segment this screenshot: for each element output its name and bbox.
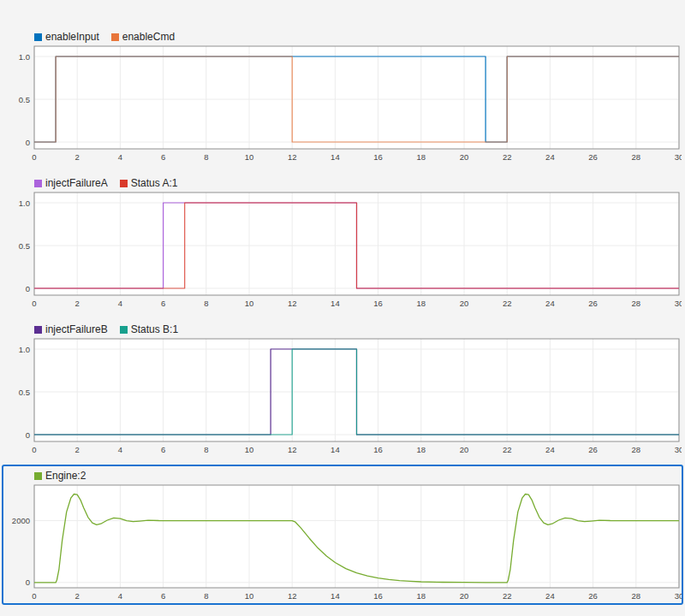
scope-panel-failure-a[interactable]: injectFailureAStatus A:1 024681012141618… [2,172,683,312]
x-tick-label: 10 [245,445,254,454]
x-tick-label: 6 [161,299,165,308]
x-tick-label: 30 [675,445,682,454]
x-tick-label: 0 [32,591,36,601]
x-tick-label: 28 [632,152,641,162]
x-tick-label: 26 [588,152,598,162]
x-tick-label: 24 [545,299,555,308]
x-tick-label: 14 [331,445,340,454]
x-tick-label: 30 [675,591,682,601]
x-tick-label: 12 [288,445,297,454]
x-tick-label: 24 [545,445,555,454]
x-tick-label: 12 [288,152,297,162]
x-tick-label: 12 [288,591,297,601]
x-tick-label: 2 [75,299,80,308]
y-tick-label: 0 [26,284,30,293]
legend-label: Status B:1 [131,323,178,335]
x-tick-label: 14 [331,152,340,162]
legend-swatch-icon [34,326,42,334]
legend-swatch-icon [120,180,128,187]
x-tick-label: 14 [331,299,340,308]
x-tick-label: 20 [460,299,469,308]
x-tick-label: 4 [118,445,122,454]
x-tick-label: 6 [161,591,165,601]
legend-label: enableCmd [122,31,175,43]
x-tick-label: 24 [545,152,555,162]
x-tick-label: 28 [632,591,641,601]
x-tick-label: 0 [32,152,36,162]
x-tick-label: 10 [245,299,254,308]
x-tick-label: 4 [118,299,122,308]
legend-item[interactable]: Engine:2 [34,470,86,482]
x-tick-label: 2 [75,152,80,162]
y-tick-label: 0.5 [19,388,30,397]
x-tick-label: 0 [32,299,36,308]
scope-view: enableInputenableCmd 0246810121416182022… [0,0,685,605]
x-tick-label: 6 [161,445,165,454]
x-tick-label: 18 [417,299,426,308]
y-tick-label: 1.0 [19,198,30,208]
x-tick-label: 20 [460,591,469,601]
y-tick-label: 1.0 [19,52,30,62]
x-tick-label: 2 [75,591,80,601]
legend-swatch-icon [34,472,42,480]
y-tick-label: 1.0 [19,345,30,354]
x-tick-label: 8 [204,445,208,454]
y-tick-label: 0 [26,138,30,147]
x-tick-label: 26 [588,445,598,454]
x-tick-label: 8 [204,299,208,308]
x-tick-label: 4 [118,591,122,601]
legend-label: enableInput [45,31,99,43]
legend-swatch-icon [34,33,42,41]
x-tick-label: 18 [417,152,426,162]
x-tick-label: 30 [675,152,682,162]
x-tick-label: 24 [545,591,555,601]
legend-label: Status A:1 [131,177,178,189]
scope-panel-failure-b[interactable]: injectFailureBStatus B:1 024681012141618… [2,318,683,459]
x-tick-label: 14 [331,591,340,601]
legend: injectFailureAStatus A:1 [34,175,682,191]
x-tick-label: 28 [632,445,641,454]
legend-item[interactable]: enableInput [34,31,99,43]
x-tick-label: 6 [161,152,165,162]
x-tick-label: 22 [503,591,512,601]
plot-failure-a[interactable]: 0246810121416182022242628301.00.50 [3,191,682,311]
scope-panel-enable-signals[interactable]: enableInputenableCmd 0246810121416182022… [2,26,683,166]
legend-item[interactable]: Status A:1 [120,177,178,189]
x-tick-label: 22 [503,445,512,454]
x-tick-label: 28 [632,299,641,308]
x-tick-label: 12 [288,299,297,308]
legend-swatch-icon [120,326,128,334]
plot-failure-b[interactable]: 0246810121416182022242628301.00.50 [3,337,682,457]
x-tick-label: 18 [417,591,426,601]
x-tick-label: 0 [32,445,36,454]
legend-label: injectFailureA [45,177,108,189]
x-tick-label: 20 [460,152,469,162]
x-tick-label: 22 [503,152,512,162]
y-tick-label: 0.5 [19,241,30,251]
legend-item[interactable]: enableCmd [111,31,175,43]
plot-enable-signals[interactable]: 0246810121416182022242628301.00.50 [3,44,682,164]
y-tick-label: 0 [26,430,30,440]
x-tick-label: 2 [75,445,80,454]
legend-item[interactable]: injectFailureB [34,323,108,335]
y-tick-label: 0 [26,578,30,587]
y-tick-label: 0.5 [19,95,30,104]
legend: injectFailureBStatus B:1 [34,322,682,337]
legend-item[interactable]: Status B:1 [120,323,178,335]
x-tick-label: 26 [588,591,598,601]
scope-panel-engine[interactable]: Engine:2 0246810121416182022242628302000… [2,465,683,605]
y-tick-label: 2000 [12,516,30,525]
legend-label: injectFailureB [45,323,108,335]
plot-engine[interactable]: 02468101214161820222426283020000 [3,483,682,603]
x-tick-label: 10 [245,152,254,162]
legend-label: Engine:2 [45,470,86,482]
x-tick-label: 26 [588,299,598,308]
legend: enableInputenableCmd [34,29,682,44]
x-tick-label: 30 [675,299,682,308]
x-tick-label: 16 [373,445,383,454]
x-tick-label: 22 [503,299,512,308]
legend: Engine:2 [34,468,682,483]
legend-swatch-icon [111,33,119,41]
legend-item[interactable]: injectFailureA [34,177,108,189]
x-tick-label: 20 [460,445,469,454]
